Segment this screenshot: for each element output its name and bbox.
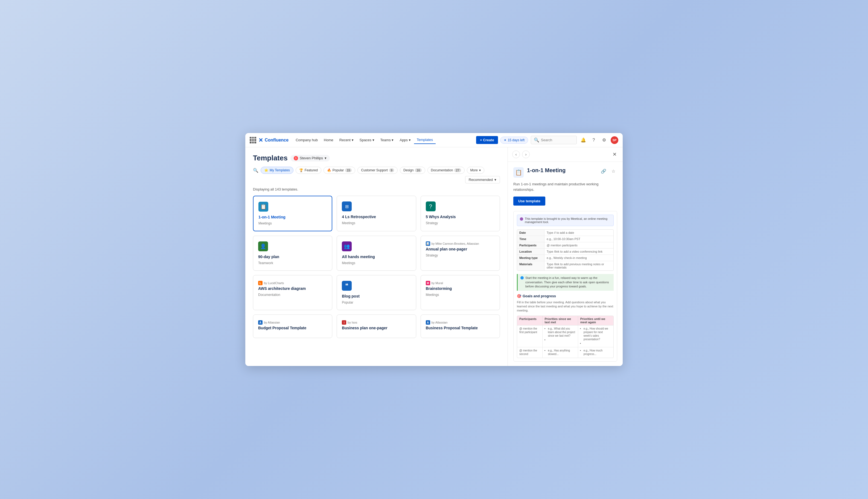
detail-prev-button[interactable]: ‹ [512, 150, 520, 158]
table-cell-materials-value: Type /link to add previous meeting notes… [544, 261, 613, 270]
card-icon-90day: 👤 [258, 241, 268, 251]
card-category-4ls: Meetings [342, 221, 411, 225]
card-meta-annualplan: 📊 by Mike Cannon-Brookes, Atlassian [426, 241, 495, 246]
detail-title-area: 1-on-1 Meeting [527, 167, 596, 173]
table-cell-participants-value: @ mention participants [544, 242, 613, 248]
preview-info-text: This template is brought to you by Meeti… [525, 217, 611, 224]
filter-bar: 🔍 ⭐ My Templates 🏆 Featured 🔥 Popular 15… [253, 167, 500, 183]
ppt-until1-item2 [583, 342, 611, 345]
avatar[interactable]: SP [611, 136, 618, 144]
template-card-bizplan[interactable]: i by Isos Business plan one-pager [337, 315, 416, 338]
card-meta-aws: L by LucidCharts [258, 281, 327, 285]
template-card-annualplan[interactable]: 📊 by Mike Cannon-Brookes, Atlassian Annu… [420, 236, 500, 271]
template-card-blogpost[interactable]: ❝ Blog post Popular [337, 275, 416, 310]
sort-dropdown[interactable]: Recommended ▾ [465, 176, 500, 183]
main-layout: Templates S Steven Phillips ▾ 🔍 ⭐ My Tem… [245, 147, 623, 366]
more-icon: ▾ [479, 168, 481, 172]
table-row: Location Type /link to add a video confe… [517, 248, 613, 255]
filter-popular[interactable]: 🔥 Popular 15 [324, 167, 355, 174]
card-category-1on1: Meetings [259, 221, 327, 225]
preview-section-title: 🎯 Goals and progress [517, 294, 614, 298]
customer-support-count: 9 [389, 168, 394, 172]
documentation-label: Documentation [431, 168, 453, 172]
filter-customer-support[interactable]: Customer Support 9 [357, 167, 398, 174]
displaying-count: Displaying all 143 templates. [253, 187, 500, 191]
search-box[interactable]: 🔍 [531, 136, 577, 144]
preview-info2-text: Start the meeting in a fun, relaxed way … [525, 276, 611, 289]
nav-company-hub[interactable]: Company hub [293, 136, 320, 144]
template-card-allhands[interactable]: 👥 All hands meeting Meetings [337, 236, 416, 271]
table-cell-date-value: Type // to add a date [544, 230, 613, 236]
templates-header: Templates S Steven Phillips ▾ [253, 154, 500, 162]
ppt-cell-until1: e.g., How should we prepare for next wee… [578, 326, 613, 347]
card-name-allhands: All hands meeting [342, 255, 411, 259]
preview-participants-table: Participants Priorities since we last me… [517, 316, 614, 358]
card-meta-icon-bizplan: i [342, 320, 346, 325]
search-input[interactable] [541, 138, 574, 142]
ppt-cell-since1: e.g., What did you learn about the proje… [543, 326, 578, 347]
create-button[interactable]: + Create [476, 136, 498, 144]
user-name: Steven Phillips [300, 156, 323, 160]
template-card-aws[interactable]: L by LucidCharts AWS architecture diagra… [253, 275, 332, 310]
preview-info-bar: This template is brought to you by Meeti… [517, 215, 614, 226]
design-label: Design [403, 168, 414, 172]
nav-recent[interactable]: Recent ▾ [337, 136, 356, 144]
navbar: ✕ Confluence Company hub Home Recent ▾ S… [245, 133, 623, 147]
preview-info-bar2: Start the meeting in a fun, relaxed way … [517, 274, 614, 290]
help-icon[interactable]: ? [590, 136, 597, 144]
table-cell-location-value: Type /link to add a video conferencing l… [544, 248, 613, 255]
card-meta-bizproposal: A by Atlassian [426, 320, 495, 325]
popular-icon: 🔥 [327, 168, 331, 172]
detail-icon: 📋 [513, 167, 524, 178]
filter-design[interactable]: Design 16 [400, 167, 425, 174]
template-card-4ls[interactable]: ⊞ 4 Ls Retrospective Meetings [337, 196, 416, 231]
nav-home[interactable]: Home [321, 136, 336, 144]
template-card-bizproposal[interactable]: A by Atlassian Business Proposal Templat… [420, 315, 500, 338]
template-card-1on1[interactable]: 📋 1-on-1 Meeting Meetings [253, 196, 332, 231]
card-category-aws: Documentation [258, 293, 327, 297]
detail-link-icon[interactable]: 🔗 [600, 167, 607, 175]
nav-teams[interactable]: Teams ▾ [378, 136, 397, 144]
card-name-bizproposal: Business Proposal Template [426, 326, 495, 330]
detail-nav: ‹ › ✕ [508, 147, 623, 162]
filter-documentation[interactable]: Documentation 27 [427, 167, 465, 174]
nav-apps[interactable]: Apps ▾ [397, 136, 413, 144]
settings-icon[interactable]: ⚙ [600, 136, 608, 144]
my-templates-icon: ⭐ [264, 168, 268, 172]
template-card-5whys[interactable]: ? 5 Whys Analysis Strategy [420, 196, 500, 231]
filter-more[interactable]: More ▾ [467, 167, 484, 174]
filter-my-templates[interactable]: ⭐ My Templates [261, 167, 293, 174]
user-badge[interactable]: S Steven Phillips ▾ [290, 155, 330, 161]
use-template-button[interactable]: Use template [513, 196, 545, 206]
filter-featured[interactable]: 🏆 Featured [295, 167, 321, 174]
featured-icon: 🏆 [299, 168, 303, 172]
logo[interactable]: ✕ Confluence [259, 137, 289, 144]
trial-badge[interactable]: ✦ 15 days left [500, 137, 528, 144]
design-count: 16 [415, 168, 422, 172]
card-name-bizplan: Business plan one-pager [342, 326, 411, 330]
filter-search-icon[interactable]: 🔍 [253, 168, 259, 173]
ppt-header: Participants Priorities since we last me… [517, 316, 613, 326]
ppt-row: @ mention the second e.g., Has anything … [517, 348, 613, 358]
nav-spaces[interactable]: Spaces ▾ [357, 136, 377, 144]
card-meta-icon-aws: L [258, 281, 263, 285]
table-row: Date Type // to add a date [517, 230, 613, 236]
ppt-since1-item2 [548, 338, 576, 342]
detail-close-button[interactable]: ✕ [611, 150, 618, 158]
popular-label: Popular [332, 168, 344, 172]
template-card-budget[interactable]: A by Atlassian Budget Proposal Template [253, 315, 332, 338]
nav-templates[interactable]: Templates [414, 136, 436, 144]
grid-menu-icon[interactable] [250, 137, 256, 144]
nav-right: ✦ 15 days left 🔍 🔔 ? ⚙ SP [500, 136, 618, 144]
notifications-icon[interactable]: 🔔 [579, 136, 587, 144]
customer-support-label: Customer Support [361, 168, 388, 172]
template-card-90day[interactable]: 👤 90-day plan Teamwork [253, 236, 332, 271]
card-icon-allhands: 👥 [342, 241, 352, 251]
detail-next-button[interactable]: › [522, 150, 530, 158]
detail-star-icon[interactable]: ☆ [609, 167, 617, 175]
template-card-brainstorming[interactable]: M by Mural Brainstorming Meetings [420, 275, 500, 310]
card-icon-blogpost: ❝ [342, 281, 352, 291]
card-icon-4ls: ⊞ [342, 202, 352, 211]
detail-title: 1-on-1 Meeting [527, 167, 596, 173]
user-badge-dot: S [294, 156, 298, 160]
